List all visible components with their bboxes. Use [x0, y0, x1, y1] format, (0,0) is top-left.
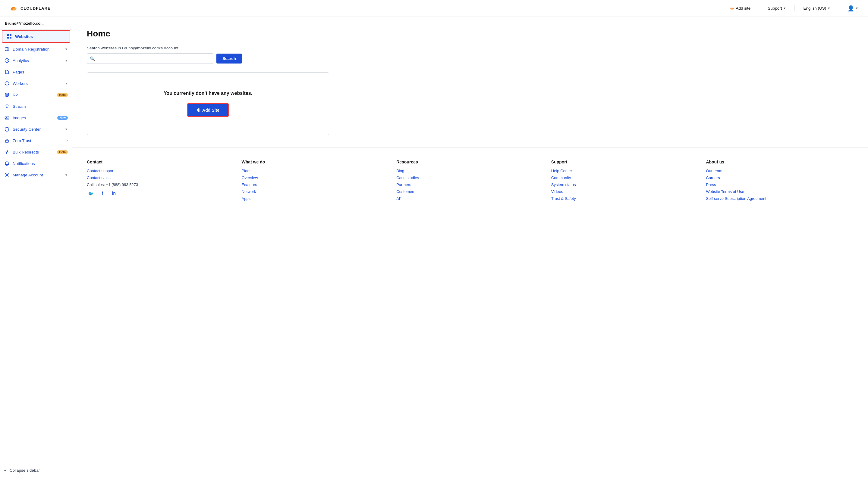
chevron-down-icon: ▼	[783, 7, 786, 10]
footer-link-blog[interactable]: Blog	[396, 169, 544, 173]
new-badge: New	[57, 116, 68, 120]
support-button[interactable]: Support ▼	[765, 5, 788, 12]
footer-link-api[interactable]: API	[396, 196, 544, 201]
sidebar-item-label: Analytics	[13, 58, 62, 63]
footer-link-our-team[interactable]: Our team	[706, 169, 854, 173]
chevron-down-icon: ▼	[65, 128, 68, 131]
search-description: Search websites in Bruno@mozello.com's A…	[87, 46, 329, 50]
divider	[759, 5, 759, 11]
search-icon: 🔍	[90, 56, 95, 61]
sidebar-item-bulk-redirects[interactable]: Bulk Redirects Beta	[0, 146, 72, 158]
collapse-label: Collapse sidebar	[10, 468, 40, 473]
footer-link-press[interactable]: Press	[706, 182, 854, 187]
footer-col-title: Support	[551, 160, 699, 164]
sidebar-item-images[interactable]: Images New	[0, 112, 72, 124]
divider-3	[839, 5, 839, 11]
footer-link-contact-support[interactable]: Contact support	[87, 169, 235, 173]
linkedin-icon[interactable]: in	[110, 189, 118, 198]
search-input-wrapper: 🔍	[87, 53, 213, 64]
twitter-icon[interactable]: 🐦	[87, 189, 95, 198]
footer-link-case-studies[interactable]: Case studies	[396, 175, 544, 180]
add-site-button[interactable]: ⊕ Add Site	[187, 103, 229, 117]
footer-link-plans[interactable]: Plans	[242, 169, 390, 173]
sidebar-item-domain-registration[interactable]: Domain Registration ▼	[0, 43, 72, 55]
pie-chart-icon	[4, 58, 10, 63]
add-site-label: Add Site	[202, 108, 219, 112]
facebook-icon[interactable]: f	[98, 189, 107, 198]
footer-link-apps[interactable]: Apps	[242, 196, 390, 201]
sidebar-item-stream[interactable]: Stream	[0, 101, 72, 112]
footer-phone: Call sales: +1 (888) 993 5273	[87, 182, 235, 187]
security-icon	[4, 127, 10, 132]
workers-icon	[4, 81, 10, 86]
footer-support-col: Support Help Center Community System sta…	[551, 160, 699, 203]
svg-rect-1	[10, 34, 11, 36]
sidebar-item-security-center[interactable]: Security Center ▼	[0, 124, 72, 135]
footer-link-network[interactable]: Network	[242, 189, 390, 194]
footer-link-subscription[interactable]: Self-serve Subscription Agreement	[706, 196, 854, 201]
sidebar-item-label: R2	[13, 93, 53, 97]
search-input[interactable]	[87, 53, 213, 64]
zero-trust-icon	[4, 138, 10, 143]
footer-link-videos[interactable]: Videos	[551, 189, 699, 194]
sidebar-item-label: Zero Trust	[13, 138, 62, 143]
page-title: Home	[87, 29, 329, 38]
sidebar-item-workers[interactable]: Workers ▼	[0, 78, 72, 89]
external-link-icon: ↗	[65, 139, 68, 142]
footer-col-title: Resources	[396, 160, 544, 164]
sidebar-bottom: « Collapse sidebar	[0, 462, 72, 478]
sidebar-item-label: Manage Account	[13, 173, 62, 177]
sidebar-item-notifications[interactable]: Notifications	[0, 158, 72, 169]
add-site-button[interactable]: ⊕ Add site	[727, 4, 753, 12]
footer-grid: Contact Contact support Contact sales Ca…	[87, 160, 854, 203]
collapse-sidebar-button[interactable]: « Collapse sidebar	[0, 465, 72, 476]
sidebar-item-label: Domain Registration	[13, 47, 62, 52]
footer-link-features[interactable]: Features	[242, 182, 390, 187]
footer-link-help-center[interactable]: Help Center	[551, 169, 699, 173]
sidebar-user-email: Bruno@mozello.co...	[0, 17, 72, 30]
footer-aboutus-col: About us Our team Careers Press Website …	[706, 160, 854, 203]
add-site-label: Add site	[736, 6, 750, 10]
footer-link-customers[interactable]: Customers	[396, 189, 544, 194]
pages-icon	[4, 69, 10, 75]
notifications-icon	[4, 161, 10, 166]
divider-2	[795, 5, 795, 11]
footer-link-system-status[interactable]: System status	[551, 182, 699, 187]
footer-link-careers[interactable]: Careers	[706, 175, 854, 180]
sidebar-item-label: Workers	[13, 81, 62, 86]
search-button[interactable]: Search	[216, 54, 242, 64]
sidebar-item-label: Security Center	[13, 127, 62, 132]
logo-text: CLOUDFLARE	[21, 6, 51, 10]
footer-link-contact-sales[interactable]: Contact sales	[87, 175, 235, 180]
svg-rect-0	[7, 34, 9, 36]
sidebar-item-manage-account[interactable]: Manage Account ▼	[0, 169, 72, 181]
bulk-redirects-icon	[4, 149, 10, 155]
language-button[interactable]: English (US) ▼	[801, 5, 833, 12]
support-label: Support	[768, 6, 782, 10]
footer-col-title: What we do	[242, 160, 390, 164]
footer-col-title: Contact	[87, 160, 235, 164]
plus-icon: ⊕	[730, 5, 734, 11]
empty-websites-card: You currently don't have any websites. ⊕…	[87, 72, 329, 135]
footer-link-community[interactable]: Community	[551, 175, 699, 180]
top-navigation: CLOUDFLARE ⊕ Add site Support ▼ English …	[0, 0, 868, 17]
footer-link-trust-safety[interactable]: Trust & Safety	[551, 196, 699, 201]
sidebar-item-analytics[interactable]: Analytics ▼	[0, 55, 72, 66]
footer-link-overview[interactable]: Overview	[242, 175, 390, 180]
sidebar-item-r2[interactable]: R2 Beta	[0, 89, 72, 101]
logo[interactable]: CLOUDFLARE	[7, 5, 51, 12]
images-icon	[4, 115, 10, 121]
grid-icon	[7, 34, 12, 39]
stream-icon	[4, 104, 10, 109]
footer-link-partners[interactable]: Partners	[396, 182, 544, 187]
sidebar-item-label: Websites	[15, 34, 65, 39]
sidebar-item-pages[interactable]: Pages	[0, 66, 72, 78]
beta-badge: Beta	[57, 150, 68, 154]
sidebar-item-websites[interactable]: Websites	[2, 30, 70, 43]
sidebar-item-zero-trust[interactable]: Zero Trust ↗	[0, 135, 72, 146]
user-menu-button[interactable]: 👤 ▼	[845, 4, 861, 13]
footer-link-terms[interactable]: Website Terms of Use	[706, 189, 854, 194]
sidebar-item-label: Stream	[13, 104, 68, 109]
plus-icon: ⊕	[196, 107, 200, 113]
svg-rect-13	[5, 140, 8, 142]
